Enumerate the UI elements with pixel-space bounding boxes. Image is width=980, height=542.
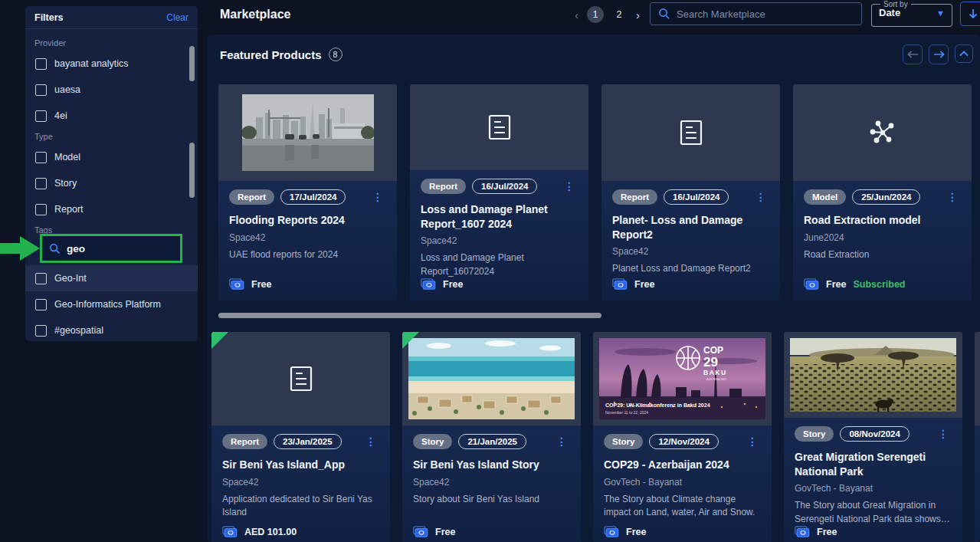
carousel-prev-button[interactable] — [903, 44, 923, 64]
featured-products-label: Featured Products — [220, 48, 322, 61]
filter-option-uaesa[interactable]: uaesa — [25, 77, 198, 103]
product-thumbnail — [784, 332, 962, 418]
page-number-1[interactable]: 1 — [587, 6, 604, 23]
product-card[interactable]: Report 16/Jul/2024 ⋮ Planet- Loss and Da… — [601, 84, 780, 301]
product-info — [975, 425, 980, 542]
product-card[interactable]: Report 17/Jul/2024 ⋮ Flooding Reports 20… — [218, 84, 397, 301]
product-type-badge: Report — [612, 189, 657, 205]
product-info: Story 12/Nov/2024 ⋮ COP29 - Azerbaijan 2… — [593, 425, 772, 542]
cop29-caption: COP29: UN-Klimakonferenz in Baku 2024 — [605, 402, 710, 408]
page-prev-icon[interactable]: ‹ — [573, 9, 580, 21]
product-info: Report 23/Jan/2025 ⋮ Sir Beni Yas Island… — [211, 425, 390, 542]
product-date-badge: 17/Jul/2024 — [280, 189, 346, 205]
product-info: Report 16/Jul/2024 ⋮ Loss and Damage Pla… — [410, 170, 588, 301]
product-description: Road Extraction — [804, 248, 961, 261]
product-card-partial[interactable] — [975, 332, 980, 542]
product-price: Free — [443, 279, 463, 290]
product-card[interactable]: Story 21/Jan/2025 ⋮ Sir Beni Yas Island … — [402, 332, 581, 542]
product-type-badge: Report — [229, 189, 274, 205]
product-price: Free — [634, 279, 654, 290]
filter-option-report[interactable]: Report — [25, 196, 198, 222]
chevron-up-icon — [959, 51, 969, 57]
card-menu-button[interactable]: ⋮ — [561, 179, 578, 193]
filter-option-bayanat-analytics[interactable]: bayanat analytics — [25, 51, 198, 77]
product-price: Free — [626, 527, 646, 537]
provider-scrollbar[interactable] — [189, 46, 195, 81]
card-menu-button[interactable]: ⋮ — [553, 435, 570, 448]
wallet-icon — [795, 526, 810, 538]
product-thumbnail — [793, 84, 972, 181]
filter-option-geospatial[interactable]: #geospatial — [25, 317, 198, 343]
checkbox[interactable] — [35, 84, 47, 96]
cop29-logo-cop: COP — [703, 345, 723, 356]
type-scrollbar[interactable] — [189, 143, 195, 198]
card-menu-button[interactable]: ⋮ — [935, 427, 952, 441]
product-card[interactable]: Report 23/Jan/2025 ⋮ Sir Beni Yas Island… — [211, 332, 390, 542]
product-card[interactable]: COP 29 BAKU AZERBAIJAN COP29: UN-Klimako… — [593, 332, 772, 542]
arrow-right-icon — [933, 50, 945, 59]
product-card[interactable]: Model 25/Jun/2024 ⋮ Road Extraction mode… — [793, 84, 972, 301]
filter-option-model[interactable]: Model — [25, 144, 198, 170]
product-type-badge: Story — [413, 434, 452, 449]
beach-photo — [408, 338, 575, 419]
filter-option-geo-informatics[interactable]: Geo-Informatics Platform — [25, 291, 198, 317]
collapse-section-button[interactable] — [955, 44, 973, 63]
product-card[interactable]: Report 16/Jul/2024 ⋮ Loss and Damage Pla… — [410, 84, 588, 301]
product-info: Report 16/Jul/2024 ⋮ Planet- Loss and Da… — [601, 181, 780, 301]
checkbox[interactable] — [35, 152, 47, 163]
wallet-icon — [421, 278, 436, 291]
page-title: Marketplace — [220, 8, 291, 21]
chevron-down-icon: ▼ — [936, 8, 945, 18]
card-menu-button[interactable]: ⋮ — [944, 190, 961, 204]
cop29-photo: COP 29 BAKU AZERBAIJAN COP29: UN-Klimako… — [599, 338, 765, 419]
marketplace-search-input[interactable] — [677, 8, 854, 20]
checkbox[interactable] — [35, 204, 47, 215]
card-menu-button[interactable]: ⋮ — [752, 190, 769, 204]
product-title: Loss and Damage Planet Report_1607 2024 — [421, 202, 578, 231]
product-thumbnail — [601, 84, 780, 181]
product-type-badge: Report — [421, 179, 466, 194]
annotation-arrow-icon — [0, 236, 40, 261]
product-price: Free — [251, 279, 271, 290]
wallet-icon — [804, 278, 819, 291]
clear-filters-button[interactable]: Clear — [166, 12, 188, 23]
page-next-icon[interactable]: › — [634, 9, 641, 21]
product-title: Sir Beni Yas Island Story — [413, 458, 570, 472]
checkbox-label: bayanat analytics — [54, 58, 129, 69]
product-price: Free — [817, 527, 837, 537]
horizontal-scrollbar[interactable] — [218, 313, 601, 318]
wallet-icon — [222, 526, 238, 538]
download-button[interactable] — [960, 2, 980, 26]
checkbox[interactable] — [35, 178, 47, 189]
carousel-nav — [903, 44, 973, 64]
checkbox[interactable] — [35, 58, 47, 70]
checkbox[interactable] — [35, 299, 47, 310]
product-provider: June2024 — [804, 232, 961, 243]
checkbox[interactable] — [35, 273, 47, 284]
checkbox-label: uaesa — [54, 84, 80, 95]
card-menu-button[interactable]: ⋮ — [362, 435, 379, 448]
checkbox-label: Model — [54, 152, 80, 163]
product-card[interactable]: Story 08/Nov/2024 ⋮ Great Migration Sere… — [784, 332, 962, 542]
card-menu-button[interactable]: ⋮ — [369, 190, 386, 204]
owned-corner-flag-icon — [211, 332, 228, 349]
filter-option-story[interactable]: Story — [25, 170, 198, 196]
cop29-logo-sub: AZERBAIJAN — [706, 377, 726, 381]
checkbox[interactable] — [35, 110, 47, 122]
product-thumbnail — [975, 332, 980, 425]
filter-option-4ei[interactable]: 4ei — [25, 103, 198, 129]
subscribed-badge: Subscribed — [853, 279, 905, 290]
checkbox[interactable] — [35, 325, 47, 337]
product-info: Model 25/Jun/2024 ⋮ Road Extraction mode… — [793, 181, 972, 301]
product-provider: GovTech - Bayanat — [604, 477, 761, 488]
card-menu-button[interactable]: ⋮ — [744, 435, 761, 448]
model-network-icon — [867, 117, 899, 149]
marketplace-search-box — [650, 2, 862, 25]
tag-search-input[interactable] — [67, 243, 151, 255]
sort-by-dropdown[interactable]: Sort by Date ▼ — [871, 0, 952, 27]
flood-photo — [242, 94, 374, 171]
filter-option-geo-int[interactable]: Geo-Int — [25, 265, 198, 291]
product-title: Sir Beni Yas Island_App — [222, 458, 379, 472]
page-number-2[interactable]: 2 — [611, 6, 628, 23]
carousel-next-button[interactable] — [929, 44, 949, 64]
